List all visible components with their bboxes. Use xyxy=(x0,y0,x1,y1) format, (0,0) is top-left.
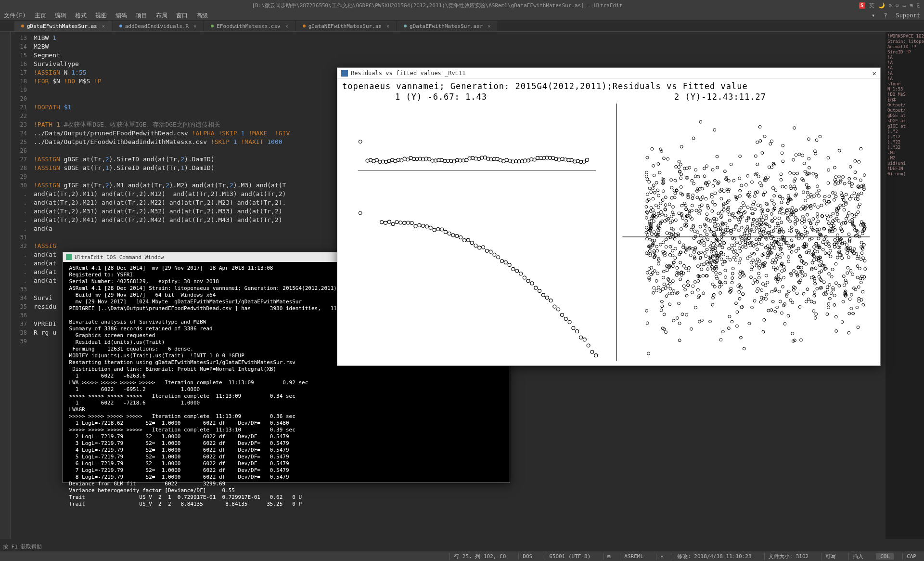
menu-edit[interactable]: 编辑 xyxy=(55,12,66,20)
close-tab-icon[interactable]: × xyxy=(488,24,490,29)
svg-point-1068 xyxy=(753,195,756,198)
tray-icon[interactable]: ☺ xyxy=(896,2,899,9)
editor-tabs: gDataEFwithMatesSur.as×addDeadIndividual… xyxy=(0,20,924,32)
svg-point-910 xyxy=(717,223,719,226)
svg-point-366 xyxy=(848,197,851,200)
support-link[interactable]: Support xyxy=(896,12,920,19)
svg-point-95 xyxy=(455,235,459,238)
ime-indicator[interactable]: S xyxy=(859,2,865,9)
svg-point-545 xyxy=(765,293,768,296)
status-col[interactable]: COL xyxy=(876,553,894,560)
svg-point-1025 xyxy=(739,155,742,158)
residuals-plot-window[interactable]: Residuals vs fitted values _RvE11 ✕ tope… xyxy=(337,67,881,366)
svg-point-290 xyxy=(721,330,724,333)
svg-point-1106 xyxy=(810,300,813,303)
ime-lang[interactable]: 英 xyxy=(869,2,874,9)
menu-advanced[interactable]: 高级 xyxy=(196,12,208,20)
moon-icon[interactable]: 🌙 xyxy=(878,2,885,9)
svg-point-111 xyxy=(515,269,519,273)
menu-layout[interactable]: 布局 xyxy=(156,12,167,20)
minimap-panel[interactable]: !WORKSPACE 1024Strain: litopenAnimalID !… xyxy=(886,32,924,539)
close-tab-icon[interactable]: × xyxy=(102,24,105,29)
editor-tab[interactable]: gDataNEFwithMatesSur.as× xyxy=(296,21,396,31)
svg-point-126 xyxy=(572,326,575,330)
status-position: 行 25, 列 102, C0 xyxy=(449,553,510,560)
svg-point-1062 xyxy=(709,320,712,323)
svg-point-1147 xyxy=(652,164,655,167)
status-mode[interactable]: DOS xyxy=(518,553,536,560)
svg-point-625 xyxy=(694,169,697,171)
svg-point-1215 xyxy=(801,274,804,277)
svg-point-1443 xyxy=(664,196,667,199)
status-cap[interactable]: CAP xyxy=(902,553,920,560)
svg-point-801 xyxy=(781,197,784,200)
close-tab-icon[interactable]: × xyxy=(193,24,196,29)
svg-point-107 xyxy=(500,260,504,263)
editor-tab[interactable]: EFoodwithMatesxx.csv× xyxy=(204,21,295,31)
menu-project[interactable]: 项目 xyxy=(136,12,147,20)
editor-tab[interactable]: gDataEFwithMatesSur.asr× xyxy=(397,21,497,31)
tray-icon[interactable]: ▭ xyxy=(903,2,906,9)
status-encoding[interactable]: 65001 (UTF-8) xyxy=(545,553,594,560)
svg-point-1260 xyxy=(857,211,860,214)
tray-icon[interactable]: ⎘ xyxy=(917,2,920,9)
plot-window-titlebar[interactable]: Residuals vs fitted values _RvE11 ✕ xyxy=(337,68,880,78)
svg-point-1247 xyxy=(758,260,761,262)
svg-point-1198 xyxy=(802,191,805,194)
svg-point-529 xyxy=(738,290,741,293)
svg-point-164 xyxy=(800,266,803,269)
svg-point-439 xyxy=(690,327,693,330)
encoding-icon[interactable]: ⊞ xyxy=(603,553,611,560)
close-icon[interactable]: ✕ xyxy=(873,69,876,77)
tray-icon[interactable]: ⊙ xyxy=(889,2,892,9)
svg-point-886 xyxy=(789,171,792,174)
svg-point-383 xyxy=(757,175,760,178)
svg-point-1436 xyxy=(663,313,666,316)
svg-point-86 xyxy=(422,224,425,227)
status-lang[interactable]: ASREML xyxy=(620,553,647,560)
svg-point-656 xyxy=(735,241,738,244)
svg-point-465 xyxy=(702,292,705,295)
svg-point-1043 xyxy=(663,157,666,160)
svg-point-130 xyxy=(587,344,590,347)
svg-point-1241 xyxy=(652,209,654,211)
tray-icon[interactable]: ⊞ xyxy=(910,2,913,9)
chevron-down-icon[interactable]: ▾ xyxy=(872,12,875,19)
svg-point-1333 xyxy=(672,319,675,322)
menu-home[interactable]: 主页 xyxy=(35,12,46,20)
svg-point-905 xyxy=(813,294,816,297)
close-tab-icon[interactable]: × xyxy=(285,24,288,29)
lang-icon[interactable]: ▾ xyxy=(656,553,664,560)
menu-window[interactable]: 窗口 xyxy=(176,12,188,20)
svg-point-826 xyxy=(645,309,648,312)
svg-point-649 xyxy=(827,306,830,309)
svg-point-880 xyxy=(827,302,830,305)
status-insert[interactable]: 插入 xyxy=(848,553,867,560)
svg-point-1383 xyxy=(687,284,690,287)
svg-point-1360 xyxy=(719,241,721,244)
editor-tab[interactable]: gDataEFwithMatesSur.as× xyxy=(14,21,112,31)
svg-point-1110 xyxy=(676,317,679,320)
menu-file[interactable]: 文件(F) xyxy=(4,12,26,20)
svg-point-263 xyxy=(728,315,731,318)
svg-point-1005 xyxy=(646,322,649,325)
svg-point-296 xyxy=(761,152,764,155)
svg-point-732 xyxy=(682,244,685,247)
menu-encoding[interactable]: 编码 xyxy=(116,12,127,20)
svg-point-888 xyxy=(773,217,776,220)
close-tab-icon[interactable]: × xyxy=(386,24,389,29)
left-sidebar[interactable] xyxy=(0,32,11,539)
svg-point-808 xyxy=(820,261,822,263)
svg-point-651 xyxy=(804,199,807,202)
svg-point-1051 xyxy=(667,285,669,287)
status-readwrite[interactable]: 可写 xyxy=(821,553,840,560)
svg-point-805 xyxy=(685,267,688,270)
menu-view[interactable]: 视图 xyxy=(95,12,107,20)
window-title: [D:\微云同步助手\287236550\工作文档\06DPC\PWSXH201… xyxy=(15,2,859,9)
menu-format[interactable]: 格式 xyxy=(75,12,87,20)
help-icon[interactable]: ? xyxy=(884,12,887,19)
editor-tab[interactable]: addDeadIndividuals.R× xyxy=(113,21,203,31)
svg-point-80 xyxy=(399,221,402,224)
svg-point-834 xyxy=(790,250,793,253)
svg-point-1080 xyxy=(763,318,766,321)
